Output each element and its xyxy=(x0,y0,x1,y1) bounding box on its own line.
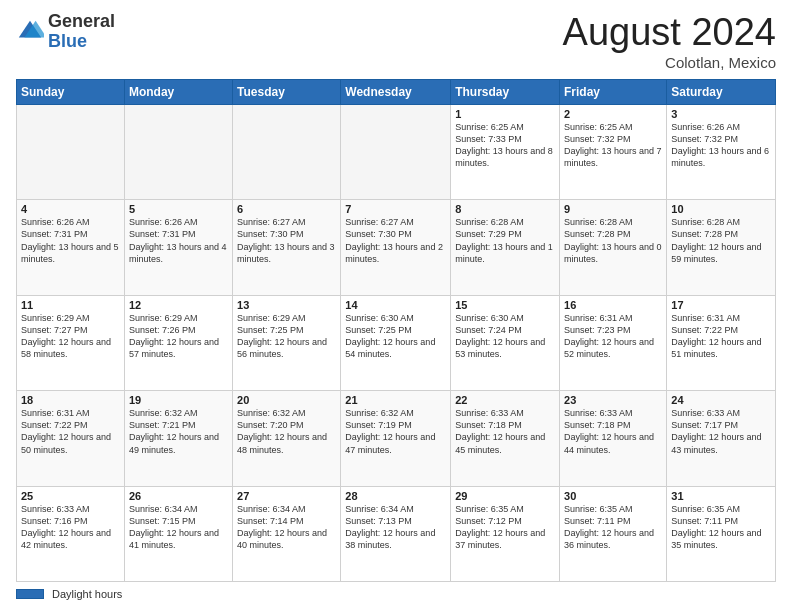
day-number: 28 xyxy=(345,490,446,502)
day-info: Sunrise: 6:29 AM Sunset: 7:25 PM Dayligh… xyxy=(237,312,336,361)
day-info: Sunrise: 6:33 AM Sunset: 7:18 PM Dayligh… xyxy=(455,407,555,456)
calendar-cell: 22Sunrise: 6:33 AM Sunset: 7:18 PM Dayli… xyxy=(451,391,560,486)
calendar-cell: 6Sunrise: 6:27 AM Sunset: 7:30 PM Daylig… xyxy=(233,200,341,295)
calendar-cell: 5Sunrise: 6:26 AM Sunset: 7:31 PM Daylig… xyxy=(124,200,232,295)
day-number: 18 xyxy=(21,394,120,406)
logo-blue-text: Blue xyxy=(48,32,115,52)
calendar-cell: 13Sunrise: 6:29 AM Sunset: 7:25 PM Dayli… xyxy=(233,295,341,390)
day-info: Sunrise: 6:35 AM Sunset: 7:11 PM Dayligh… xyxy=(671,503,771,552)
calendar-cell: 12Sunrise: 6:29 AM Sunset: 7:26 PM Dayli… xyxy=(124,295,232,390)
day-info: Sunrise: 6:29 AM Sunset: 7:27 PM Dayligh… xyxy=(21,312,120,361)
day-number: 11 xyxy=(21,299,120,311)
calendar-cell: 24Sunrise: 6:33 AM Sunset: 7:17 PM Dayli… xyxy=(667,391,776,486)
day-number: 12 xyxy=(129,299,228,311)
day-info: Sunrise: 6:35 AM Sunset: 7:12 PM Dayligh… xyxy=(455,503,555,552)
day-info: Sunrise: 6:31 AM Sunset: 7:23 PM Dayligh… xyxy=(564,312,662,361)
legend-bar xyxy=(16,589,44,599)
logo-text: General Blue xyxy=(48,12,115,52)
legend-label: Daylight hours xyxy=(52,588,122,600)
day-number: 21 xyxy=(345,394,446,406)
day-header-thursday: Thursday xyxy=(451,79,560,104)
day-number: 20 xyxy=(237,394,336,406)
calendar-cell: 27Sunrise: 6:34 AM Sunset: 7:14 PM Dayli… xyxy=(233,486,341,581)
day-info: Sunrise: 6:27 AM Sunset: 7:30 PM Dayligh… xyxy=(237,216,336,265)
calendar-cell: 28Sunrise: 6:34 AM Sunset: 7:13 PM Dayli… xyxy=(341,486,451,581)
day-info: Sunrise: 6:25 AM Sunset: 7:32 PM Dayligh… xyxy=(564,121,662,170)
calendar-cell: 9Sunrise: 6:28 AM Sunset: 7:28 PM Daylig… xyxy=(560,200,667,295)
calendar-cell: 25Sunrise: 6:33 AM Sunset: 7:16 PM Dayli… xyxy=(17,486,125,581)
day-number: 10 xyxy=(671,203,771,215)
day-info: Sunrise: 6:28 AM Sunset: 7:28 PM Dayligh… xyxy=(564,216,662,265)
day-header-friday: Friday xyxy=(560,79,667,104)
day-info: Sunrise: 6:28 AM Sunset: 7:29 PM Dayligh… xyxy=(455,216,555,265)
day-info: Sunrise: 6:28 AM Sunset: 7:28 PM Dayligh… xyxy=(671,216,771,265)
day-info: Sunrise: 6:34 AM Sunset: 7:13 PM Dayligh… xyxy=(345,503,446,552)
day-number: 5 xyxy=(129,203,228,215)
calendar-cell: 7Sunrise: 6:27 AM Sunset: 7:30 PM Daylig… xyxy=(341,200,451,295)
day-number: 19 xyxy=(129,394,228,406)
day-header-tuesday: Tuesday xyxy=(233,79,341,104)
calendar-cell: 10Sunrise: 6:28 AM Sunset: 7:28 PM Dayli… xyxy=(667,200,776,295)
calendar-cell: 19Sunrise: 6:32 AM Sunset: 7:21 PM Dayli… xyxy=(124,391,232,486)
day-number: 31 xyxy=(671,490,771,502)
calendar-cell: 16Sunrise: 6:31 AM Sunset: 7:23 PM Dayli… xyxy=(560,295,667,390)
day-info: Sunrise: 6:26 AM Sunset: 7:32 PM Dayligh… xyxy=(671,121,771,170)
day-header-wednesday: Wednesday xyxy=(341,79,451,104)
day-number: 1 xyxy=(455,108,555,120)
day-info: Sunrise: 6:31 AM Sunset: 7:22 PM Dayligh… xyxy=(671,312,771,361)
title-block: August 2024 Colotlan, Mexico xyxy=(563,12,776,71)
calendar-cell xyxy=(17,104,125,199)
day-number: 8 xyxy=(455,203,555,215)
calendar-cell: 26Sunrise: 6:34 AM Sunset: 7:15 PM Dayli… xyxy=(124,486,232,581)
day-header-row: SundayMondayTuesdayWednesdayThursdayFrid… xyxy=(17,79,776,104)
calendar-cell xyxy=(233,104,341,199)
week-row-4: 18Sunrise: 6:31 AM Sunset: 7:22 PM Dayli… xyxy=(17,391,776,486)
calendar-cell: 1Sunrise: 6:25 AM Sunset: 7:33 PM Daylig… xyxy=(451,104,560,199)
day-header-saturday: Saturday xyxy=(667,79,776,104)
day-number: 6 xyxy=(237,203,336,215)
day-header-monday: Monday xyxy=(124,79,232,104)
day-number: 30 xyxy=(564,490,662,502)
calendar-cell xyxy=(124,104,232,199)
calendar-cell: 11Sunrise: 6:29 AM Sunset: 7:27 PM Dayli… xyxy=(17,295,125,390)
day-number: 14 xyxy=(345,299,446,311)
calendar-header: SundayMondayTuesdayWednesdayThursdayFrid… xyxy=(17,79,776,104)
calendar-cell: 20Sunrise: 6:32 AM Sunset: 7:20 PM Dayli… xyxy=(233,391,341,486)
day-info: Sunrise: 6:30 AM Sunset: 7:25 PM Dayligh… xyxy=(345,312,446,361)
day-number: 13 xyxy=(237,299,336,311)
location: Colotlan, Mexico xyxy=(563,54,776,71)
day-info: Sunrise: 6:33 AM Sunset: 7:17 PM Dayligh… xyxy=(671,407,771,456)
calendar-cell: 14Sunrise: 6:30 AM Sunset: 7:25 PM Dayli… xyxy=(341,295,451,390)
day-info: Sunrise: 6:29 AM Sunset: 7:26 PM Dayligh… xyxy=(129,312,228,361)
day-info: Sunrise: 6:32 AM Sunset: 7:21 PM Dayligh… xyxy=(129,407,228,456)
calendar-cell: 31Sunrise: 6:35 AM Sunset: 7:11 PM Dayli… xyxy=(667,486,776,581)
day-number: 3 xyxy=(671,108,771,120)
day-info: Sunrise: 6:25 AM Sunset: 7:33 PM Dayligh… xyxy=(455,121,555,170)
calendar-cell: 17Sunrise: 6:31 AM Sunset: 7:22 PM Dayli… xyxy=(667,295,776,390)
day-number: 29 xyxy=(455,490,555,502)
week-row-3: 11Sunrise: 6:29 AM Sunset: 7:27 PM Dayli… xyxy=(17,295,776,390)
footer: Daylight hours xyxy=(16,588,776,600)
logo-general-text: General xyxy=(48,12,115,32)
day-info: Sunrise: 6:33 AM Sunset: 7:16 PM Dayligh… xyxy=(21,503,120,552)
day-info: Sunrise: 6:27 AM Sunset: 7:30 PM Dayligh… xyxy=(345,216,446,265)
day-header-sunday: Sunday xyxy=(17,79,125,104)
header: General Blue August 2024 Colotlan, Mexic… xyxy=(16,12,776,71)
calendar-body: 1Sunrise: 6:25 AM Sunset: 7:33 PM Daylig… xyxy=(17,104,776,581)
day-number: 4 xyxy=(21,203,120,215)
day-info: Sunrise: 6:26 AM Sunset: 7:31 PM Dayligh… xyxy=(21,216,120,265)
day-info: Sunrise: 6:32 AM Sunset: 7:19 PM Dayligh… xyxy=(345,407,446,456)
day-info: Sunrise: 6:26 AM Sunset: 7:31 PM Dayligh… xyxy=(129,216,228,265)
day-number: 22 xyxy=(455,394,555,406)
calendar-cell: 4Sunrise: 6:26 AM Sunset: 7:31 PM Daylig… xyxy=(17,200,125,295)
day-info: Sunrise: 6:30 AM Sunset: 7:24 PM Dayligh… xyxy=(455,312,555,361)
day-info: Sunrise: 6:33 AM Sunset: 7:18 PM Dayligh… xyxy=(564,407,662,456)
day-info: Sunrise: 6:34 AM Sunset: 7:15 PM Dayligh… xyxy=(129,503,228,552)
month-title: August 2024 xyxy=(563,12,776,54)
page: General Blue August 2024 Colotlan, Mexic… xyxy=(0,0,792,612)
day-number: 2 xyxy=(564,108,662,120)
day-info: Sunrise: 6:32 AM Sunset: 7:20 PM Dayligh… xyxy=(237,407,336,456)
week-row-1: 1Sunrise: 6:25 AM Sunset: 7:33 PM Daylig… xyxy=(17,104,776,199)
day-info: Sunrise: 6:34 AM Sunset: 7:14 PM Dayligh… xyxy=(237,503,336,552)
calendar-cell: 2Sunrise: 6:25 AM Sunset: 7:32 PM Daylig… xyxy=(560,104,667,199)
